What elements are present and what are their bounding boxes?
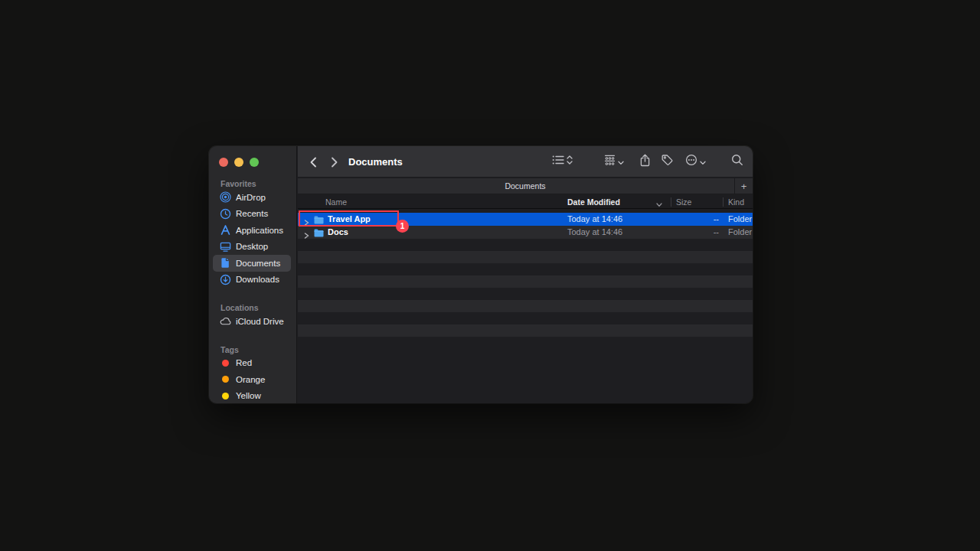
- file-kind: Folder: [728, 226, 752, 239]
- main-pane: Documents: [298, 146, 753, 403]
- empty-list-stripe: [298, 300, 753, 312]
- download-icon: [220, 274, 231, 285]
- search-button[interactable]: [731, 154, 743, 169]
- tab-documents[interactable]: Documents: [505, 181, 545, 191]
- sidebar-item-label: Desktop: [236, 242, 268, 251]
- chevron-up-down-icon: [567, 155, 573, 168]
- sidebar-item-label: Applications: [236, 226, 283, 235]
- finder-window: FavoritesAirDropRecentsApplicationsDeskt…: [209, 146, 753, 403]
- sidebar-item-label: AirDrop: [236, 193, 266, 202]
- toolbar: Documents: [298, 146, 753, 178]
- column-header-kind[interactable]: Kind: [728, 195, 744, 209]
- sidebar-item-documents[interactable]: Documents: [213, 255, 291, 272]
- zoom-button[interactable]: [250, 158, 259, 167]
- file-list: 1 Travel AppToday at 14:46--FolderDocsTo…: [298, 210, 753, 403]
- file-size: --: [671, 213, 719, 226]
- traffic-lights: [219, 158, 259, 167]
- sidebar-item-airdrop[interactable]: AirDrop: [213, 189, 291, 206]
- chevron-down-icon: [618, 155, 624, 168]
- group-icon: [604, 155, 616, 168]
- sort-chevron-icon: [656, 200, 662, 209]
- minimize-button[interactable]: [234, 158, 243, 167]
- column-divider: [671, 197, 671, 207]
- empty-list-stripe: [298, 239, 753, 251]
- list-view-icon: [552, 155, 564, 168]
- tag-icon: [662, 154, 674, 169]
- share-icon: [639, 154, 651, 170]
- cloud-icon: [220, 315, 231, 327]
- sidebar-item-yellow[interactable]: Yellow: [213, 388, 291, 404]
- share-button[interactable]: [639, 154, 651, 169]
- tag-color-dot: [222, 360, 229, 367]
- sidebar-item-icloud-drive[interactable]: iCloud Drive: [213, 313, 291, 330]
- group-by-button[interactable]: [604, 154, 624, 169]
- document-icon: [220, 257, 231, 269]
- empty-list-stripe: [298, 324, 753, 337]
- tag-color-dot: [222, 393, 229, 399]
- sidebar-item-applications[interactable]: Applications: [213, 222, 291, 239]
- column-divider: [723, 197, 724, 207]
- sidebar-item-red[interactable]: Red: [213, 355, 291, 372]
- file-size: --: [671, 226, 719, 239]
- clock-icon: [220, 208, 231, 220]
- airdrop-icon: [220, 191, 231, 203]
- file-date-modified: Today at 14:46: [567, 213, 622, 226]
- sidebar-section-label-tags: Tags: [209, 344, 296, 355]
- sidebar-section-label-locations: Locations: [209, 302, 296, 313]
- file-name: Travel App: [328, 213, 371, 226]
- column-header-name[interactable]: Name: [325, 195, 347, 209]
- sidebar-item-label: iCloud Drive: [236, 317, 284, 326]
- window-title: Documents: [348, 146, 403, 178]
- tag-color-dot: [222, 376, 229, 383]
- empty-list-stripe: [298, 288, 753, 300]
- chevron-down-icon: [700, 155, 706, 168]
- sidebar-item-label: Red: [236, 358, 252, 367]
- applications-icon: [220, 224, 231, 236]
- file-kind: Folder: [728, 213, 752, 226]
- column-header-row: Name Date Modified Size Kind: [298, 195, 753, 209]
- annotation-badge-1: 1: [396, 220, 409, 233]
- empty-list-stripe: [298, 263, 753, 276]
- sidebar: FavoritesAirDropRecentsApplicationsDeskt…: [209, 146, 297, 403]
- ellipsis-circle-icon: [685, 154, 697, 169]
- empty-list-stripe: [298, 312, 753, 324]
- new-tab-button[interactable]: +: [734, 178, 753, 194]
- column-header-date-modified[interactable]: Date Modified: [567, 195, 620, 209]
- more-actions-button[interactable]: [685, 154, 706, 169]
- sidebar-item-orange[interactable]: Orange: [213, 371, 291, 388]
- tag-button[interactable]: [662, 154, 674, 169]
- back-button[interactable]: [305, 155, 321, 170]
- sidebar-section-locations: iCloud Drive: [209, 313, 296, 330]
- sidebar-section-favorites: AirDropRecentsApplicationsDesktopDocumen…: [209, 189, 296, 288]
- sidebar-item-label: Downloads: [236, 275, 279, 284]
- column-header-size[interactable]: Size: [676, 195, 691, 209]
- view-options-button[interactable]: [552, 154, 573, 169]
- sidebar-item-label: Documents: [236, 259, 280, 268]
- tab-bar: Documents +: [298, 178, 753, 194]
- sidebar-item-label: Recents: [236, 209, 268, 218]
- file-name: Docs: [328, 226, 348, 239]
- file-date-modified: Today at 14:46: [567, 226, 622, 239]
- file-row-travel-app[interactable]: Travel AppToday at 14:46--Folder: [298, 213, 753, 226]
- sidebar-item-label: Orange: [236, 375, 265, 384]
- file-row-docs[interactable]: DocsToday at 14:46--Folder: [298, 226, 753, 239]
- sidebar-section-label-favorites: Favorites: [209, 178, 296, 189]
- sidebar-item-label: Yellow: [236, 391, 261, 400]
- search-icon: [731, 154, 743, 169]
- empty-list-stripe: [298, 251, 753, 263]
- empty-list-stripe: [298, 276, 753, 288]
- sidebar-item-downloads[interactable]: Downloads: [213, 272, 291, 289]
- forward-button[interactable]: [327, 155, 342, 170]
- sidebar-item-recents[interactable]: Recents: [213, 206, 291, 223]
- close-button[interactable]: [219, 158, 228, 167]
- sidebar-section-tags: RedOrangeYellowGreen: [209, 355, 296, 404]
- desktop-icon: [220, 241, 231, 253]
- empty-list-stripe: [298, 337, 753, 349]
- sidebar-item-desktop[interactable]: Desktop: [213, 239, 291, 256]
